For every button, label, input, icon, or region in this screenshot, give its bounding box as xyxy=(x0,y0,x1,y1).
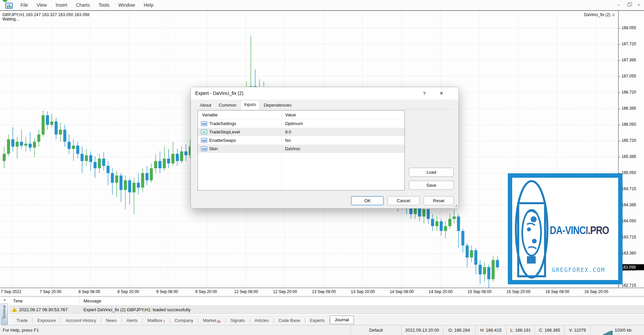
price-axis-label: 166.720 xyxy=(622,90,636,95)
header-divider[interactable] xyxy=(79,297,80,305)
statusbar-cell: C: 166.365 xyxy=(535,325,564,335)
dialog-tab-common[interactable]: Common xyxy=(215,101,240,109)
terminal-tab-articles[interactable]: Articles xyxy=(250,317,274,324)
terminal-tab-label: Alerts xyxy=(126,318,138,323)
table-header: Variable Value xyxy=(198,111,405,119)
statusbar-cell: V: 11079 xyxy=(564,325,590,335)
statusbar-cell: O: 166.284 xyxy=(443,325,475,335)
price-axis-label: 167.385 xyxy=(622,58,636,62)
statusbar-cell[interactable]: Default xyxy=(351,325,401,335)
terminal-tab-label: Market xyxy=(203,318,216,323)
time-axis-label: 13 Sep 08:00 xyxy=(312,289,336,294)
terminal-tab-trade[interactable]: Trade xyxy=(12,317,32,324)
terminal-tab-journal[interactable]: Journal xyxy=(330,316,354,324)
price-axis-label: 168.055 xyxy=(622,25,636,30)
terminal-tab-label: Journal xyxy=(335,317,349,322)
input-variable: Skin xyxy=(209,146,218,151)
terminal-tab-label: Articles xyxy=(255,318,269,323)
journal-message: Expert DaVinci_fix (2) GBPJPY,H1: loaded… xyxy=(84,307,191,312)
menu-tools[interactable]: Tools xyxy=(94,0,114,10)
statusbar-cell: 2022.09.13 20:00 xyxy=(401,325,443,335)
time-axis-label: 8 Sep 08:00 xyxy=(78,289,100,294)
terminal-tab-news[interactable]: News xyxy=(101,317,121,324)
journal-row[interactable]: ! 2022.09.17 06:30:53.767 Expert DaVinci… xyxy=(9,305,644,314)
terminal-tab-market[interactable]: Market86 xyxy=(198,317,225,324)
price-axis-label: 163.380 xyxy=(622,251,636,256)
input-value: No xyxy=(285,138,291,143)
journal-header: Time Message xyxy=(9,297,644,305)
menu-bar: FileViewInsertChartsToolsWindowHelp – × xyxy=(0,0,644,10)
terminal-side-tab[interactable]: Terminal xyxy=(1,303,8,325)
menu-window[interactable]: Window xyxy=(114,0,140,10)
time-axis-label: 13 Sep 20:00 xyxy=(351,289,375,294)
reset-button[interactable]: Reset xyxy=(424,196,454,205)
titlebar-app-icon-partial xyxy=(3,0,7,2)
dialog-tab-inputs[interactable]: Inputs xyxy=(240,100,260,109)
dialog-tab-about[interactable]: About xyxy=(196,101,215,109)
terminal-tab-account-history[interactable]: Account History xyxy=(61,317,101,324)
time-axis[interactable]: 7 Sep 20227 Sep 20:008 Sep 08:008 Sep 20… xyxy=(0,288,644,295)
save-button[interactable]: Save xyxy=(409,181,454,190)
input-row[interactable]: 123EnableSwapsNo xyxy=(198,136,405,145)
time-axis-label: 7 Sep 20:00 xyxy=(40,289,61,294)
price-axis-label: 164.715 xyxy=(622,186,636,191)
menu-insert[interactable]: Insert xyxy=(51,0,72,10)
app-icon xyxy=(5,3,13,9)
terminal-tab-mailbox[interactable]: Mailbox7 xyxy=(143,317,169,324)
traffic-text: 103/0 kb xyxy=(615,328,632,333)
unread-badge: 7 xyxy=(163,320,165,324)
close-button[interactable]: × xyxy=(635,1,643,8)
restore-button[interactable] xyxy=(625,1,633,8)
price-axis-label: 165.385 xyxy=(622,154,636,159)
dialog-title-bar[interactable]: Expert - DaVinci_fix (2) ? × xyxy=(191,87,459,100)
connection-bars-icon xyxy=(603,326,613,335)
menu-file[interactable]: File xyxy=(16,0,33,10)
terminal-tab-code-base[interactable]: Code Base xyxy=(274,317,305,324)
price-axis-label: 166.050 xyxy=(622,122,636,127)
dialog-close-button[interactable]: × xyxy=(436,89,446,97)
input-row[interactable]: 123SkinDaVinci xyxy=(198,145,405,153)
terminal-tab-exposure[interactable]: Exposure xyxy=(33,317,60,324)
load-button[interactable]: Load xyxy=(409,168,454,177)
watermark-inner: DA-VINCI.PRO GREGFOREX.COM xyxy=(512,178,618,280)
minimize-button[interactable]: – xyxy=(614,1,623,8)
menu-help[interactable]: Help xyxy=(139,0,158,10)
terminal-tab-signals[interactable]: Signals xyxy=(226,317,250,324)
metatrader-window: FileViewInsertChartsToolsWindowHelp – × … xyxy=(0,0,644,335)
terminal-tab-label: Experts xyxy=(310,318,325,323)
statusbar-cell: L: 166.191 xyxy=(506,325,535,335)
column-header-value: Value xyxy=(285,112,296,117)
time-axis-label: 12 Sep 08:00 xyxy=(234,289,258,294)
input-type-icon: 123 xyxy=(201,121,207,126)
time-axis-label: 8 Sep 20:00 xyxy=(117,289,139,294)
price-axis-label: 162.715 xyxy=(622,283,636,288)
expert-advisor-label: DaVinci_fix (2) ☺ xyxy=(584,12,615,17)
terminal-tab-label: Mailbox xyxy=(147,318,162,323)
terminal-tab-alerts[interactable]: Alerts xyxy=(122,317,142,324)
waiting-status: Waiting... xyxy=(2,17,19,21)
help-button[interactable]: ? xyxy=(420,90,428,97)
restore-icon xyxy=(627,3,630,6)
input-type-icon: 123 xyxy=(201,138,207,143)
cancel-button[interactable]: Cancel xyxy=(387,196,420,205)
time-axis-label: 9 Sep 08:00 xyxy=(156,289,178,294)
terminal-tab-label: Trade xyxy=(16,318,28,323)
statusbar-cell: H: 166.415 xyxy=(475,325,506,335)
input-row[interactable]: 123TradeSettingsOptimum xyxy=(198,119,405,128)
time-axis-label: 9 Sep 20:00 xyxy=(195,289,217,294)
terminal-panel: × Terminal Time Message ! 2022.09.17 06:… xyxy=(0,296,644,325)
terminal-close-button[interactable]: × xyxy=(2,297,7,303)
menu-view[interactable]: View xyxy=(33,0,51,10)
terminal-tab-company[interactable]: Company xyxy=(170,317,198,324)
time-axis-label: 12 Sep 20:00 xyxy=(273,289,297,294)
resize-grip[interactable] xyxy=(454,204,457,207)
time-axis-label: 16 Sep 08:00 xyxy=(545,289,569,294)
input-variable: EnableSwaps xyxy=(209,138,236,143)
ok-button[interactable]: OK xyxy=(351,196,384,205)
input-row[interactable]: ½TradeStopLevel9.0 xyxy=(198,128,405,136)
davinci-watermark: DA-VINCI.PRO GREGFOREX.COM xyxy=(508,173,623,284)
menu-charts[interactable]: Charts xyxy=(72,0,94,10)
dialog-tab-dependencies[interactable]: Dependencies xyxy=(260,101,295,109)
terminal-tab-experts[interactable]: Experts xyxy=(305,317,329,324)
time-axis-label: 15 Sep 20:00 xyxy=(506,289,530,294)
